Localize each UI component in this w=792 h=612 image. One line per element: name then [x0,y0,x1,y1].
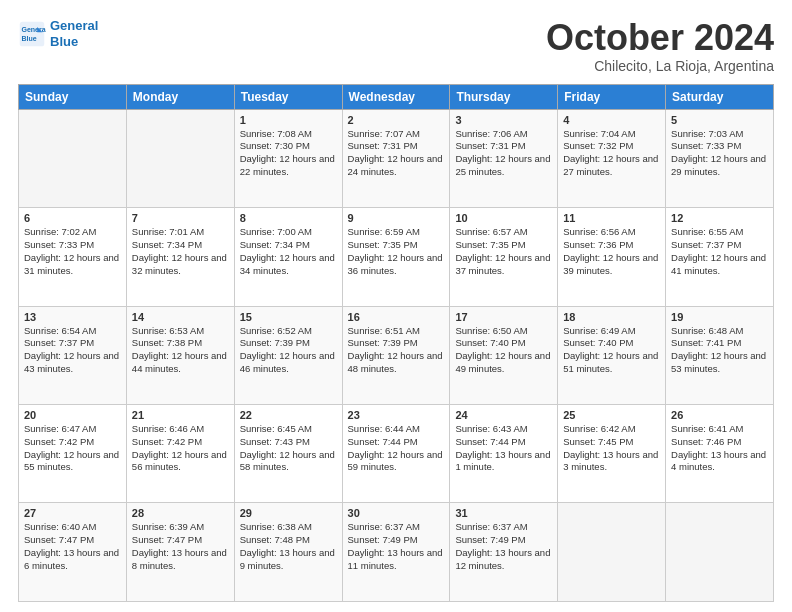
week-row-3: 20Sunrise: 6:47 AMSunset: 7:42 PMDayligh… [19,405,774,503]
day-info: Daylight: 12 hours and 51 minutes. [563,350,660,376]
calendar-cell: 29Sunrise: 6:38 AMSunset: 7:48 PMDayligh… [234,503,342,602]
calendar-cell [666,503,774,602]
calendar-cell: 3Sunrise: 7:06 AMSunset: 7:31 PMDaylight… [450,109,558,207]
calendar-cell: 5Sunrise: 7:03 AMSunset: 7:33 PMDaylight… [666,109,774,207]
week-row-2: 13Sunrise: 6:54 AMSunset: 7:37 PMDayligh… [19,306,774,404]
day-info: Daylight: 12 hours and 24 minutes. [348,153,445,179]
day-info: Daylight: 13 hours and 12 minutes. [455,547,552,573]
calendar-cell: 7Sunrise: 7:01 AMSunset: 7:34 PMDaylight… [126,208,234,306]
day-info: Sunrise: 6:48 AM [671,325,768,338]
day-info: Sunrise: 6:39 AM [132,521,229,534]
day-info: Sunset: 7:37 PM [671,239,768,252]
day-info: Sunset: 7:49 PM [455,534,552,547]
calendar-header: SundayMondayTuesdayWednesdayThursdayFrid… [19,84,774,109]
day-info: Sunrise: 6:53 AM [132,325,229,338]
weekday-thursday: Thursday [450,84,558,109]
day-number: 25 [563,409,660,421]
day-number: 14 [132,311,229,323]
day-info: Daylight: 12 hours and 22 minutes. [240,153,337,179]
day-number: 4 [563,114,660,126]
day-info: Sunrise: 6:37 AM [455,521,552,534]
calendar-cell: 2Sunrise: 7:07 AMSunset: 7:31 PMDaylight… [342,109,450,207]
day-number: 11 [563,212,660,224]
day-info: Sunrise: 6:40 AM [24,521,121,534]
day-info: Daylight: 13 hours and 9 minutes. [240,547,337,573]
day-info: Sunrise: 6:43 AM [455,423,552,436]
day-info: Sunset: 7:33 PM [24,239,121,252]
calendar-cell: 17Sunrise: 6:50 AMSunset: 7:40 PMDayligh… [450,306,558,404]
day-info: Sunrise: 7:04 AM [563,128,660,141]
day-info: Sunrise: 6:57 AM [455,226,552,239]
day-info: Sunrise: 7:08 AM [240,128,337,141]
day-info: Sunrise: 6:54 AM [24,325,121,338]
calendar-cell: 23Sunrise: 6:44 AMSunset: 7:44 PMDayligh… [342,405,450,503]
day-info: Daylight: 12 hours and 53 minutes. [671,350,768,376]
day-info: Daylight: 12 hours and 58 minutes. [240,449,337,475]
day-info: Daylight: 12 hours and 29 minutes. [671,153,768,179]
day-info: Daylight: 12 hours and 44 minutes. [132,350,229,376]
day-info: Sunrise: 6:50 AM [455,325,552,338]
day-info: Sunrise: 6:51 AM [348,325,445,338]
weekday-sunday: Sunday [19,84,127,109]
day-info: Sunset: 7:39 PM [348,337,445,350]
month-title: October 2024 [546,18,774,58]
calendar-cell: 25Sunrise: 6:42 AMSunset: 7:45 PMDayligh… [558,405,666,503]
day-info: Sunset: 7:49 PM [348,534,445,547]
calendar: SundayMondayTuesdayWednesdayThursdayFrid… [18,84,774,602]
calendar-cell [126,109,234,207]
day-info: Sunrise: 7:01 AM [132,226,229,239]
location-subtitle: Chilecito, La Rioja, Argentina [546,58,774,74]
calendar-cell: 13Sunrise: 6:54 AMSunset: 7:37 PMDayligh… [19,306,127,404]
day-info: Daylight: 13 hours and 6 minutes. [24,547,121,573]
day-number: 28 [132,507,229,519]
weekday-header-row: SundayMondayTuesdayWednesdayThursdayFrid… [19,84,774,109]
calendar-cell: 19Sunrise: 6:48 AMSunset: 7:41 PMDayligh… [666,306,774,404]
day-number: 2 [348,114,445,126]
day-info: Sunrise: 6:38 AM [240,521,337,534]
day-info: Sunset: 7:42 PM [132,436,229,449]
weekday-monday: Monday [126,84,234,109]
day-info: Sunset: 7:48 PM [240,534,337,547]
day-info: Sunset: 7:32 PM [563,140,660,153]
day-number: 10 [455,212,552,224]
day-info: Sunset: 7:36 PM [563,239,660,252]
day-number: 26 [671,409,768,421]
day-number: 21 [132,409,229,421]
calendar-cell: 18Sunrise: 6:49 AMSunset: 7:40 PMDayligh… [558,306,666,404]
week-row-4: 27Sunrise: 6:40 AMSunset: 7:47 PMDayligh… [19,503,774,602]
calendar-cell: 12Sunrise: 6:55 AMSunset: 7:37 PMDayligh… [666,208,774,306]
calendar-cell: 20Sunrise: 6:47 AMSunset: 7:42 PMDayligh… [19,405,127,503]
day-info: Sunrise: 7:03 AM [671,128,768,141]
calendar-cell: 8Sunrise: 7:00 AMSunset: 7:34 PMDaylight… [234,208,342,306]
day-info: Sunrise: 6:42 AM [563,423,660,436]
week-row-0: 1Sunrise: 7:08 AMSunset: 7:30 PMDaylight… [19,109,774,207]
svg-text:Blue: Blue [22,35,37,42]
calendar-cell: 30Sunrise: 6:37 AMSunset: 7:49 PMDayligh… [342,503,450,602]
week-row-1: 6Sunrise: 7:02 AMSunset: 7:33 PMDaylight… [19,208,774,306]
day-info: Daylight: 12 hours and 32 minutes. [132,252,229,278]
day-info: Sunset: 7:31 PM [455,140,552,153]
calendar-cell [19,109,127,207]
calendar-cell: 1Sunrise: 7:08 AMSunset: 7:30 PMDaylight… [234,109,342,207]
day-info: Sunset: 7:40 PM [563,337,660,350]
day-info: Sunset: 7:34 PM [132,239,229,252]
day-number: 1 [240,114,337,126]
calendar-cell: 4Sunrise: 7:04 AMSunset: 7:32 PMDaylight… [558,109,666,207]
calendar-cell: 24Sunrise: 6:43 AMSunset: 7:44 PMDayligh… [450,405,558,503]
weekday-friday: Friday [558,84,666,109]
calendar-cell: 11Sunrise: 6:56 AMSunset: 7:36 PMDayligh… [558,208,666,306]
day-number: 12 [671,212,768,224]
day-number: 9 [348,212,445,224]
header: General Blue General Blue October 2024 C… [18,18,774,74]
day-info: Sunrise: 7:00 AM [240,226,337,239]
day-info: Daylight: 12 hours and 46 minutes. [240,350,337,376]
day-number: 31 [455,507,552,519]
day-info: Daylight: 12 hours and 48 minutes. [348,350,445,376]
day-info: Sunset: 7:42 PM [24,436,121,449]
day-number: 3 [455,114,552,126]
day-info: Sunrise: 7:07 AM [348,128,445,141]
title-block: October 2024 Chilecito, La Rioja, Argent… [546,18,774,74]
day-info: Daylight: 12 hours and 25 minutes. [455,153,552,179]
day-info: Sunset: 7:31 PM [348,140,445,153]
day-info: Sunrise: 6:52 AM [240,325,337,338]
